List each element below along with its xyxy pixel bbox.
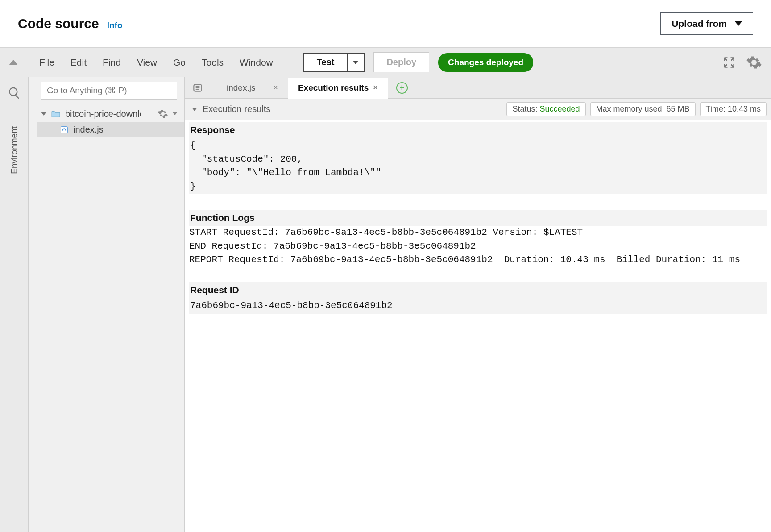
memory-pill: Max memory used: 65 MB — [590, 102, 696, 116]
results-header: Execution results Status: Succeeded Max … — [185, 99, 771, 120]
editor-area: index.js × Execution results × + Executi… — [185, 77, 771, 532]
test-dropdown-button[interactable] — [348, 53, 365, 72]
environment-label[interactable]: Environment — [9, 117, 19, 183]
search-icon[interactable] — [8, 86, 21, 100]
menu-edit[interactable]: Edit — [62, 55, 95, 70]
results-header-label: Execution results — [203, 104, 270, 114]
request-id-value: 7a6b69bc-9a13-4ec5-b8bb-3e5c064891b2 — [189, 298, 767, 313]
toolbar: File Edit Find View Go Tools Window Test… — [0, 48, 771, 77]
menu-view[interactable]: View — [129, 55, 165, 70]
close-icon[interactable]: × — [373, 83, 378, 92]
goto-input[interactable] — [41, 82, 177, 100]
caret-down-icon — [353, 61, 358, 64]
menu-find[interactable]: Find — [95, 55, 129, 70]
sidebar: bitcoin-price-downlo index.js — [29, 77, 185, 532]
folder-icon — [51, 110, 61, 118]
tab-execution-results[interactable]: Execution results × — [288, 78, 388, 99]
menu-file[interactable]: File — [31, 55, 62, 70]
menu-go[interactable]: Go — [165, 55, 194, 70]
tab-label: Execution results — [298, 83, 369, 93]
gear-icon[interactable] — [158, 108, 168, 119]
menu-tools[interactable]: Tools — [194, 55, 232, 70]
output-pane: Response { "statusCode": 200, "body": "\… — [185, 120, 771, 318]
js-file-icon — [60, 125, 69, 134]
tree-folder-root[interactable]: bitcoin-price-downlo — [37, 106, 184, 122]
time-pill: Time: 10.43 ms — [700, 102, 767, 116]
scroll-icon[interactable] — [192, 82, 203, 94]
info-link[interactable]: Info — [107, 21, 123, 30]
tabs-row: index.js × Execution results × + — [185, 77, 771, 99]
gear-icon[interactable] — [746, 54, 762, 71]
page-title: Code source — [18, 16, 99, 31]
tree-file-indexjs[interactable]: index.js — [37, 122, 184, 137]
test-button[interactable]: Test — [303, 53, 348, 72]
header: Code source Info Upload from — [0, 0, 771, 48]
upload-label: Upload from — [672, 18, 727, 29]
caret-down-icon — [735, 21, 742, 26]
menu-window[interactable]: Window — [232, 55, 281, 70]
request-id-title: Request ID — [189, 282, 767, 298]
close-icon[interactable]: × — [273, 83, 278, 92]
tab-label: index.js — [227, 83, 255, 93]
upload-from-button[interactable]: Upload from — [660, 12, 753, 35]
deploy-button[interactable]: Deploy — [373, 52, 429, 72]
spacer — [189, 266, 767, 280]
add-tab-button[interactable]: + — [396, 82, 408, 94]
left-rail: Environment — [0, 77, 29, 532]
logs-body: START RequestId: 7a6b69bc-9a13-4ec5-b8bb… — [189, 226, 767, 266]
tree-file-label: index.js — [73, 125, 104, 135]
caret-down-icon — [173, 112, 177, 115]
file-tree: bitcoin-price-downlo index.js — [29, 106, 184, 137]
svg-rect-0 — [61, 126, 68, 133]
tab-indexjs[interactable]: index.js × — [217, 77, 288, 98]
deploy-status-badge: Changes deployed — [438, 53, 533, 72]
tree-folder-label: bitcoin-price-downlo — [65, 109, 141, 119]
response-body: { "statusCode": 200, "body": "\"Hello fr… — [189, 138, 767, 194]
caret-down-icon — [41, 112, 46, 116]
response-title: Response — [189, 122, 767, 138]
caret-down-icon[interactable] — [192, 108, 197, 111]
status-pill: Status: Succeeded — [506, 102, 585, 116]
logs-title: Function Logs — [189, 210, 767, 226]
fullscreen-icon[interactable] — [723, 56, 735, 69]
collapse-icon[interactable] — [9, 60, 18, 65]
spacer — [189, 194, 767, 208]
